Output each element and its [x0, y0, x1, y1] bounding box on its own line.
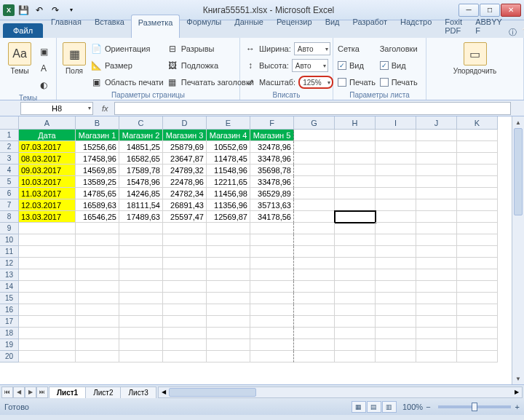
- cell-B20[interactable]: [76, 351, 119, 362]
- cell-D15[interactable]: [163, 293, 207, 304]
- cell-G1[interactable]: [294, 130, 335, 141]
- cell-I16[interactable]: [376, 304, 416, 316]
- arrange-button[interactable]: ▭ Упорядочить: [460, 41, 491, 76]
- cell-G7[interactable]: [294, 199, 335, 211]
- cell-D16[interactable]: [163, 304, 207, 316]
- cell-K19[interactable]: [457, 339, 498, 351]
- cell-F14[interactable]: [250, 281, 294, 293]
- cell-G15[interactable]: [294, 293, 335, 304]
- cell-K13[interactable]: [457, 269, 498, 281]
- cell-E11[interactable]: [207, 246, 250, 258]
- name-box[interactable]: H8: [20, 102, 93, 115]
- cell-J18[interactable]: [416, 328, 457, 339]
- cell-K12[interactable]: [457, 258, 498, 269]
- cell-B3[interactable]: 17458,96: [76, 153, 119, 165]
- cell-F10[interactable]: [250, 234, 294, 246]
- cell-F4[interactable]: 35698,78: [250, 165, 294, 176]
- cell-G17[interactable]: [294, 316, 335, 328]
- cell-E2[interactable]: 10552,69: [207, 141, 250, 153]
- ribbon-tab-6[interactable]: Вид: [319, 15, 346, 38]
- cell-B9[interactable]: [76, 223, 119, 234]
- help-icon[interactable]: ❔: [520, 28, 524, 37]
- cell-H3[interactable]: [335, 153, 376, 165]
- zoom-knob[interactable]: [472, 403, 477, 411]
- ribbon-tab-8[interactable]: Надстро: [394, 15, 438, 38]
- col-header-B[interactable]: B: [76, 116, 119, 130]
- cell-J17[interactable]: [416, 316, 457, 328]
- row-header-12[interactable]: 12: [0, 258, 19, 269]
- cell-F16[interactable]: [250, 304, 294, 316]
- cell-E17[interactable]: [207, 316, 250, 328]
- cell-E19[interactable]: [207, 339, 250, 351]
- cell-C11[interactable]: [119, 246, 163, 258]
- col-header-K[interactable]: K: [457, 116, 498, 130]
- cell-H15[interactable]: [335, 293, 376, 304]
- cell-I20[interactable]: [376, 351, 416, 362]
- cell-F17[interactable]: [250, 316, 294, 328]
- cell-F6[interactable]: 36529,89: [250, 188, 294, 199]
- cell-B16[interactable]: [76, 304, 119, 316]
- width-combo[interactable]: Авто: [294, 42, 330, 55]
- cell-I18[interactable]: [376, 328, 416, 339]
- qat-save-icon[interactable]: 💾: [16, 3, 31, 17]
- cell-F1[interactable]: Магазин 5: [250, 130, 294, 141]
- cell-K2[interactable]: [457, 141, 498, 153]
- cell-J12[interactable]: [416, 258, 457, 269]
- cell-K8[interactable]: [457, 211, 498, 223]
- row-header-3[interactable]: 3: [0, 153, 19, 165]
- cell-G16[interactable]: [294, 304, 335, 316]
- cell-I10[interactable]: [376, 234, 416, 246]
- cell-E18[interactable]: [207, 328, 250, 339]
- cell-F11[interactable]: [250, 246, 294, 258]
- cell-K14[interactable]: [457, 281, 498, 293]
- effects-icon[interactable]: ◐: [38, 79, 49, 91]
- cell-K17[interactable]: [457, 316, 498, 328]
- cell-K10[interactable]: [457, 234, 498, 246]
- sheet-tab-2[interactable]: Лист3: [120, 387, 156, 398]
- cell-K11[interactable]: [457, 246, 498, 258]
- cell-H11[interactable]: [335, 246, 376, 258]
- cell-I8[interactable]: [376, 211, 416, 223]
- themes-button[interactable]: Aa Темы: [4, 41, 35, 76]
- cell-E1[interactable]: Магазин 4: [207, 130, 250, 141]
- cell-H4[interactable]: [335, 165, 376, 176]
- cell-D18[interactable]: [163, 328, 207, 339]
- cell-K15[interactable]: [457, 293, 498, 304]
- cell-I11[interactable]: [376, 246, 416, 258]
- cell-A9[interactable]: [19, 223, 76, 234]
- sheet-tab-0[interactable]: Лист1: [49, 387, 86, 398]
- cell-J14[interactable]: [416, 281, 457, 293]
- cell-H18[interactable]: [335, 328, 376, 339]
- cell-J9[interactable]: [416, 223, 457, 234]
- cell-I15[interactable]: [376, 293, 416, 304]
- cell-J3[interactable]: [416, 153, 457, 165]
- cell-A12[interactable]: [19, 258, 76, 269]
- headings-print-check[interactable]: Печать: [380, 74, 421, 90]
- colors-icon[interactable]: ▣: [38, 46, 49, 58]
- cell-C4[interactable]: 17589,78: [119, 165, 163, 176]
- cell-A5[interactable]: 10.03.2017: [19, 176, 76, 188]
- cell-E10[interactable]: [207, 234, 250, 246]
- cell-J1[interactable]: [416, 130, 457, 141]
- cell-C17[interactable]: [119, 316, 163, 328]
- ribbon-tab-3[interactable]: Формулы: [180, 15, 228, 38]
- cell-C1[interactable]: Магазин 2: [119, 130, 163, 141]
- row-header-17[interactable]: 17: [0, 316, 19, 328]
- view-layout-button[interactable]: ▤: [367, 401, 381, 413]
- sheet-tab-1[interactable]: Лист2: [85, 387, 121, 398]
- cell-E16[interactable]: [207, 304, 250, 316]
- cell-J13[interactable]: [416, 269, 457, 281]
- cell-B8[interactable]: 16546,25: [76, 211, 119, 223]
- cell-H7[interactable]: [335, 199, 376, 211]
- col-header-A[interactable]: A: [19, 116, 76, 130]
- cell-F5[interactable]: 33478,96: [250, 176, 294, 188]
- cell-H2[interactable]: [335, 141, 376, 153]
- cell-D12[interactable]: [163, 258, 207, 269]
- cell-K9[interactable]: [457, 223, 498, 234]
- cell-F13[interactable]: [250, 269, 294, 281]
- cell-F15[interactable]: [250, 293, 294, 304]
- row-header-15[interactable]: 15: [0, 293, 19, 304]
- size-button[interactable]: 📐Размер: [90, 58, 164, 74]
- scroll-down-icon[interactable]: ▼: [512, 373, 524, 384]
- cell-H8[interactable]: [335, 211, 376, 223]
